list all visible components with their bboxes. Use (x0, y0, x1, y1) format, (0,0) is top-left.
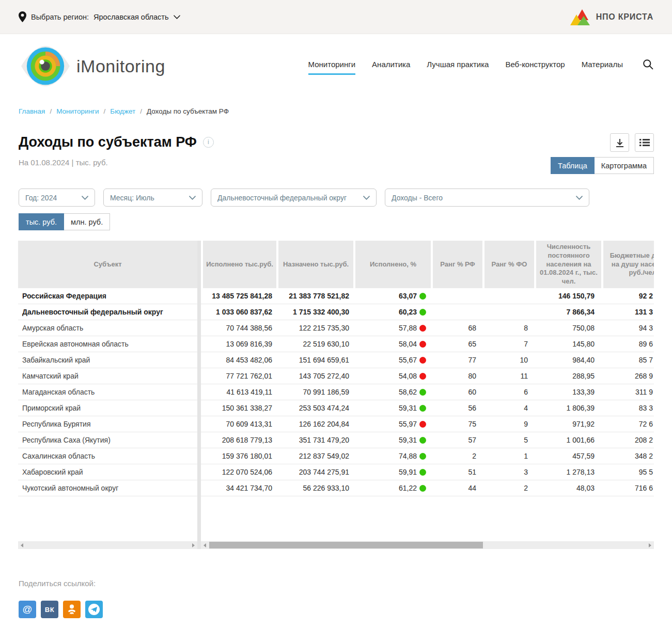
table-cell: 133,39 (534, 384, 601, 400)
table-row-values[interactable]: 1 033 060 837,621 715 332 400,3060,237 8… (201, 304, 654, 320)
table-row-values[interactable]: 34 421 734,7056 226 933,1061,2244248,037… (201, 480, 654, 496)
table-cell: 92 2 (601, 288, 654, 304)
region-selector[interactable]: Выбрать регион: Ярославская область (19, 11, 180, 22)
table-row-values[interactable]: 84 453 482,06151 694 659,6155,677710984,… (201, 352, 654, 368)
filter-value: Дальневосточный федеральный округ (217, 194, 347, 202)
table-cell: 75 (431, 416, 482, 432)
status-dot-green (419, 293, 426, 300)
breadcrumb-separator: / (104, 107, 106, 115)
table-cell: 1 806,39 (534, 400, 601, 416)
breadcrumb-item[interactable]: Мониторинги (56, 107, 99, 115)
table-row-values[interactable]: 122 070 524,06203 744 275,9159,915131 27… (201, 464, 654, 480)
table-row-values[interactable]: 159 376 180,01212 837 549,0274,8821457,5… (201, 448, 654, 464)
scroll-left-icon[interactable] (21, 543, 23, 547)
filter-dropdown[interactable]: Месяц: Июль (103, 189, 202, 207)
table-row-values[interactable]: 70 744 388,56122 215 735,3057,88688750,0… (201, 320, 654, 336)
table-cell: 57 (431, 432, 482, 448)
logo-text: iMonitoring (76, 56, 165, 76)
telegram-icon (88, 603, 100, 616)
table-row-subject[interactable]: Чукотский автономный округ (18, 480, 197, 496)
view-toggle: Таблица Картограмма (551, 157, 654, 174)
scrollbar-thumb[interactable] (209, 542, 483, 548)
column-header-subject: Субъект (18, 241, 197, 288)
tab-million-rub[interactable]: млн. руб. (64, 213, 110, 230)
table-row-values[interactable]: 41 613 419,1170 991 186,5958,62606133,39… (201, 384, 654, 400)
table-cell: 21 383 778 521,82 (276, 288, 353, 304)
tab-table[interactable]: Таблица (551, 157, 595, 174)
table-cell: 80 (431, 368, 482, 384)
table-cell: 208 618 779,13 (201, 432, 276, 448)
scroll-left-icon[interactable] (204, 543, 206, 547)
nav-item[interactable]: Лучшая практика (427, 60, 489, 75)
table-cell: 89 6 (601, 336, 654, 352)
table-row-values[interactable]: 13 485 725 841,2821 383 778 521,8263,071… (201, 288, 654, 304)
imonitoring-logo[interactable]: iMonitoring (20, 44, 165, 88)
share-ok-button[interactable] (63, 601, 81, 618)
table-row-subject[interactable]: Магаданская область (18, 384, 197, 400)
filter-dropdown[interactable]: Доходы - Всего (385, 189, 589, 207)
download-button[interactable] (610, 133, 629, 152)
table-row-values[interactable]: 150 361 338,27253 503 474,2459,315641 80… (201, 400, 654, 416)
unit-toggle: тыс. руб. млн. руб. (19, 213, 653, 230)
table-cell: 55,97 (353, 416, 431, 432)
filter-dropdown[interactable]: Дальневосточный федеральный округ (211, 189, 377, 207)
column-header: Исполнено тыс.руб. (201, 241, 276, 288)
tab-cartogram[interactable]: Картограмма (595, 157, 654, 174)
table-cell: 5 (482, 432, 534, 448)
table-row-subject[interactable]: Республика Саха (Якутия) (18, 432, 197, 448)
table-cell: 63,07 (353, 288, 431, 304)
filter-value: Месяц: Июль (110, 194, 154, 202)
chevron-down-icon (363, 196, 370, 200)
status-dot-green (419, 405, 426, 412)
right-horizontal-scrollbar[interactable] (201, 541, 654, 549)
nav-item[interactable]: Мониторинги (308, 60, 356, 75)
tab-thousand-rub[interactable]: тыс. руб. (19, 213, 64, 230)
data-table: Субъект Российская ФедерацияДальневосточ… (18, 241, 654, 549)
status-dot-green (419, 309, 426, 316)
table-row-values[interactable]: 70 609 413,31126 162 204,8455,97759971,9… (201, 416, 654, 432)
nav-item[interactable]: Аналитика (372, 60, 410, 75)
krista-logo[interactable]: НПО КРИСТА (570, 8, 653, 26)
chevron-down-icon (189, 196, 196, 200)
scroll-right-icon[interactable] (192, 543, 195, 547)
table-cell: 74,88 (353, 448, 431, 464)
table-cell: 70 991 186,59 (276, 384, 353, 400)
table-cell: 984,40 (534, 352, 601, 368)
table-row-subject[interactable]: Забайкальский край (18, 352, 197, 368)
search-icon[interactable] (643, 59, 653, 72)
table-row-subject[interactable]: Приморский край (18, 400, 197, 416)
table-row-subject[interactable]: Амурская область (18, 320, 197, 336)
share-mailru-button[interactable]: @ (19, 601, 36, 618)
table-row-subject[interactable]: Дальневосточный федеральный округ (18, 304, 197, 320)
table-row-subject[interactable]: Сахалинская область (18, 448, 197, 464)
info-icon[interactable]: i (203, 137, 214, 148)
share-row: @ ВК (19, 601, 653, 618)
table-row-subject[interactable]: Еврейская автономная область (18, 336, 197, 352)
chevron-down-icon (174, 15, 180, 19)
breadcrumb-item[interactable]: Бюджет (110, 107, 135, 115)
nav-item[interactable]: Веб-конструктор (505, 60, 565, 75)
table-row-values[interactable]: 13 069 816,3922 519 630,1058,04657145,80… (201, 336, 654, 352)
table-row-subject[interactable]: Республика Бурятия (18, 416, 197, 432)
vk-icon: ВК (45, 606, 54, 614)
table-cell: 56 (431, 400, 482, 416)
table-cell: 22 519 630,10 (276, 336, 353, 352)
column-header: Численность постоянного населения на 01.… (534, 241, 601, 288)
table-row-values[interactable]: 208 618 779,13351 731 479,2059,315751 00… (201, 432, 654, 448)
list-button[interactable] (635, 133, 654, 152)
table-cell: 85 7 (601, 352, 654, 368)
left-horizontal-scrollbar[interactable] (18, 541, 197, 549)
share-label: Поделиться ссылкой: (19, 579, 653, 588)
filter-dropdown[interactable]: Год: 2024 (19, 189, 95, 207)
scroll-right-icon[interactable] (649, 543, 651, 547)
share-vk-button[interactable]: ВК (41, 601, 58, 618)
breadcrumb-item[interactable]: Главная (19, 107, 45, 115)
table-row-subject[interactable]: Камчатский край (18, 368, 197, 384)
share-telegram-button[interactable] (85, 601, 103, 618)
nav-item[interactable]: Материалы (582, 60, 623, 75)
table-row-subject[interactable]: Российская Федерация (18, 288, 197, 304)
column-header: Исполнено, % (353, 241, 431, 288)
table-row-subject[interactable]: Хабаровский край (18, 464, 197, 480)
download-icon (615, 138, 624, 148)
table-row-values[interactable]: 77 721 762,01143 705 272,4054,088011288,… (201, 368, 654, 384)
